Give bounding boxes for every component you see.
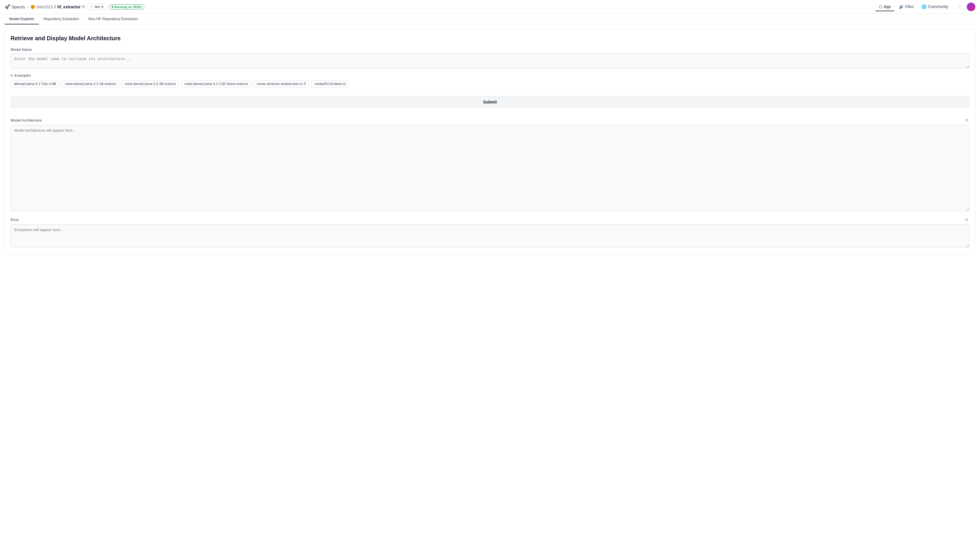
community-icon: 🌐: [922, 4, 926, 9]
copy-icon: ⧉: [965, 118, 968, 122]
model-arch-header: Model Architecture ⧉: [11, 117, 969, 123]
model-arch-label: Model Architecture: [11, 118, 42, 122]
model-name-input[interactable]: [11, 54, 969, 68]
header-nav: ⬡ App 🔊 Files 🌐 Community: [875, 3, 952, 11]
nav-item-community[interactable]: 🌐 Community: [918, 3, 952, 11]
model-name-label: Model Name: [11, 48, 969, 52]
example-chip-0[interactable]: allenai/Llama-3.1-Tulu-3-8B: [11, 81, 59, 87]
like-label: like: [95, 5, 100, 9]
status-badge: Running on ZERO: [109, 4, 144, 10]
spaces-emoji: 🚀: [5, 4, 10, 10]
panel-title: Retrieve and Display Model Architecture: [11, 35, 969, 42]
user-avatar[interactable]: [967, 3, 975, 11]
header: 🚀 Spaces / dwb2023 / hf_extractor ⎘ ♡ li…: [0, 0, 980, 14]
more-options-button[interactable]: ⋮: [955, 2, 964, 11]
nav-item-app[interactable]: ⬡ App: [875, 3, 894, 11]
error-label: Error: [11, 218, 19, 222]
example-chip-3[interactable]: meta-llama/Llama-3.2-11B-Vision-Instruct: [181, 81, 251, 87]
content-area: Model Explorer Repository Extraction Non…: [0, 14, 980, 254]
breadcrumb-separator: /: [27, 5, 29, 9]
tab-non-hf-extraction[interactable]: Non-HF Repository Extraction: [84, 14, 143, 24]
repo-avatar-icon: [31, 5, 35, 9]
tab-model-explorer[interactable]: Model Explorer: [5, 14, 39, 24]
model-arch-output[interactable]: [11, 125, 969, 211]
nav-files-label: Files: [905, 4, 914, 9]
repo-breadcrumb: dwb2023 / hf_extractor ⎘: [31, 5, 85, 9]
files-icon: 🔊: [899, 4, 904, 9]
tab-bar: Model Explorer Repository Extraction Non…: [5, 14, 975, 24]
tab-repo-extraction[interactable]: Repository Extraction: [39, 14, 84, 24]
nav-app-label: App: [884, 4, 891, 9]
submit-button[interactable]: Submit: [11, 96, 969, 108]
spaces-label: Spaces: [11, 5, 25, 9]
header-icons: ⋮: [955, 2, 975, 11]
example-chip-4[interactable]: nomic-ai/nomic-embed-text-v1.5: [253, 81, 309, 87]
app-icon: ⬡: [879, 4, 882, 9]
copy-repo-icon[interactable]: ⎘: [82, 5, 84, 9]
examples-header: ≡ Examples: [11, 73, 969, 78]
main-panel: Retrieve and Display Model Architecture …: [5, 29, 975, 254]
list-icon: ≡: [11, 73, 13, 78]
repo-separator: /: [54, 5, 56, 9]
header-left: 🚀 Spaces / dwb2023 / hf_extractor ⎘ ♡ li…: [5, 3, 872, 10]
example-chip-1[interactable]: meta-llama/Llama-3.2-1B-Instruct: [62, 81, 119, 87]
example-chip-2[interactable]: meta-llama/Llama-3.2-3B-Instruct: [122, 81, 179, 87]
error-header: Error ⧉: [11, 217, 969, 223]
copy-model-arch-button[interactable]: ⧉: [964, 117, 969, 123]
spaces-link[interactable]: 🚀 Spaces: [5, 4, 25, 10]
nav-community-label: Community: [928, 4, 948, 9]
copy-error-icon: ⧉: [965, 217, 968, 222]
copy-error-button[interactable]: ⧉: [964, 217, 969, 223]
like-button[interactable]: ♡ like 4: [87, 3, 107, 10]
examples-list: allenai/Llama-3.1-Tulu-3-8B meta-llama/L…: [11, 81, 969, 87]
error-output[interactable]: [11, 224, 969, 248]
examples-label: Examples: [15, 73, 31, 78]
example-chip-5[interactable]: nvidia/NV-Embed-v2: [311, 81, 349, 87]
model-arch-section: Model Architecture ⧉: [11, 117, 969, 212]
like-count: 4: [102, 5, 103, 9]
status-dot: [111, 6, 113, 8]
nav-item-files[interactable]: 🔊 Files: [896, 3, 917, 11]
status-label: Running on ZERO: [115, 5, 142, 9]
ellipsis-icon: ⋮: [958, 4, 962, 10]
repo-owner: dwb2023: [37, 5, 53, 9]
heart-icon: ♡: [90, 5, 94, 9]
examples-section: ≡ Examples allenai/Llama-3.1-Tulu-3-8B m…: [11, 73, 969, 87]
error-section: Error ⧉: [11, 217, 969, 248]
repo-name: hf_extractor: [57, 5, 81, 9]
model-name-section: Model Name: [11, 48, 969, 69]
